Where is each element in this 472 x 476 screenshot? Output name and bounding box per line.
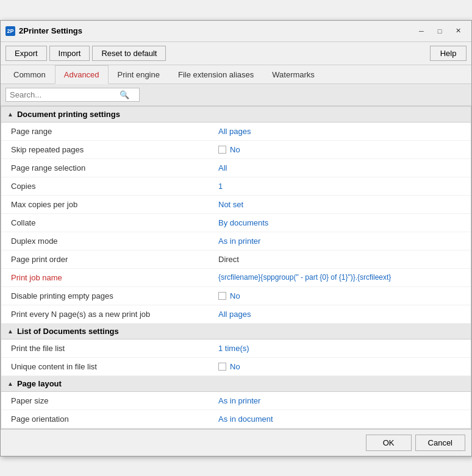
search-input[interactable] [10,90,120,99]
row-copies[interactable]: Copies 1 [1,177,471,196]
collapse-arrow-page-layout: ▲ [7,380,13,387]
checkbox-unique[interactable] [218,363,226,371]
main-window: 2P 2Printer Settings ─ □ ✕ Export Import… [0,20,472,456]
value-print-file-list[interactable]: 1 time(s) [218,344,465,353]
window-title: 2Printer Settings [19,26,82,35]
value-copies[interactable]: 1 [218,182,465,191]
row-max-copies[interactable]: Max copies per job Not set [1,196,471,214]
collapse-arrow-document: ▲ [7,111,13,118]
tab-watermarks[interactable]: Watermarks [263,65,324,84]
section-title-page-layout: Page layout [17,379,62,388]
label-print-file-list: Print the file list [11,344,218,353]
label-collate: Collate [11,218,218,227]
value-print-every-n[interactable]: All pages [218,310,465,319]
section-header-document-printing[interactable]: ▲ Document printing settings [1,107,471,123]
value-max-copies[interactable]: Not set [218,200,465,209]
collapse-arrow-list: ▲ [7,328,13,335]
row-skip-repeated[interactable]: Skip repeated pages No [1,141,471,159]
maximize-button[interactable]: □ [431,24,448,38]
checkbox-row-unique: No [218,362,465,371]
value-unique-content[interactable]: No [218,362,465,371]
footer: OK Cancel [1,429,471,456]
title-bar-left: 2P 2Printer Settings [5,26,82,36]
row-duplex[interactable]: Duplex mode As in printer [1,232,471,250]
title-bar-controls: ─ □ ✕ [413,24,467,38]
checkbox-row-empty: No [218,291,465,300]
content-area: ▲ Document printing settings Page range … [1,106,471,429]
tabs-bar: Common Advanced Print engine File extens… [1,65,471,84]
label-duplex: Duplex mode [11,236,218,246]
value-paper-size[interactable]: As in printer [218,396,465,405]
row-print-every-n[interactable]: Print every N page(s) as a new print job… [1,305,471,324]
label-unique-content: Unique content in file list [11,362,218,371]
checkbox-label-empty: No [230,291,240,300]
row-page-range-selection[interactable]: Page range selection All [1,159,471,177]
tab-file-extension-aliases[interactable]: File extension aliases [169,65,263,84]
value-page-range-selection[interactable]: All [218,163,465,172]
label-page-range-selection: Page range selection [11,163,218,172]
checkbox-label-unique: No [230,362,240,371]
value-skip-repeated[interactable]: No [218,145,465,154]
value-page-range[interactable]: All pages [218,127,465,136]
section-header-page-layout[interactable]: ▲ Page layout [1,376,471,392]
import-button[interactable]: Import [49,46,90,61]
label-page-orientation: Page orientation [11,414,218,424]
label-max-copies: Max copies per job [11,200,218,209]
tab-common[interactable]: Common [4,65,55,84]
tab-print-engine[interactable]: Print engine [109,65,169,84]
row-page-range[interactable]: Page range All pages [1,123,471,141]
label-print-every-n: Print every N page(s) as a new print job [11,310,218,319]
checkbox-label-skip: No [230,145,240,154]
label-paper-size: Paper size [11,396,218,405]
row-collate[interactable]: Collate By documents [1,214,471,232]
row-page-print-order[interactable]: Page print order Direct [1,250,471,269]
label-page-print-order: Page print order [11,255,218,264]
help-button[interactable]: Help [430,46,467,61]
row-print-job-name[interactable]: Print job name {srcfilename}{sppgroup(" … [1,269,471,287]
section-header-list-of-docs[interactable]: ▲ List of Documents settings [1,324,471,339]
row-page-orientation[interactable]: Page orientation As in document [1,410,471,428]
value-print-job-name[interactable]: {srcfilename}{sppgroup(" - part {0} of {… [218,273,465,282]
checkbox-skip[interactable] [218,146,226,154]
reset-button[interactable]: Reset to default [92,46,166,61]
checkbox-row-skip: No [218,145,465,154]
value-disable-empty[interactable]: No [218,291,465,300]
label-copies: Copies [11,182,218,191]
tab-advanced[interactable]: Advanced [55,65,109,84]
label-page-range: Page range [11,127,218,136]
value-collate[interactable]: By documents [218,218,465,227]
value-page-orientation[interactable]: As in document [218,414,465,424]
title-bar: 2P 2Printer Settings ─ □ ✕ [1,21,471,42]
close-button[interactable]: ✕ [449,24,467,38]
search-icon[interactable]: 🔍 [120,90,129,99]
label-print-job-name: Print job name [11,273,218,282]
search-wrapper: 🔍 [5,88,140,102]
value-duplex[interactable]: As in printer [218,236,465,246]
checkbox-disable-empty[interactable] [218,292,226,300]
app-icon: 2P [5,26,15,36]
row-unique-content[interactable]: Unique content in file list No [1,358,471,376]
ok-button[interactable]: OK [366,435,412,451]
label-skip-repeated: Skip repeated pages [11,145,218,154]
toolbar: Export Import Reset to default Help [1,42,471,65]
row-disable-empty[interactable]: Disable printing empty pages No [1,287,471,305]
label-disable-empty: Disable printing empty pages [11,291,218,300]
export-button[interactable]: Export [5,46,47,61]
section-title-document: Document printing settings [17,110,120,119]
row-paper-size[interactable]: Paper size As in printer [1,392,471,410]
value-page-print-order[interactable]: Direct [218,255,465,264]
minimize-button[interactable]: ─ [413,24,430,38]
cancel-button[interactable]: Cancel [415,435,465,451]
row-print-file-list[interactable]: Print the file list 1 time(s) [1,339,471,358]
section-title-list: List of Documents settings [17,327,119,336]
search-bar: 🔍 [1,84,471,106]
